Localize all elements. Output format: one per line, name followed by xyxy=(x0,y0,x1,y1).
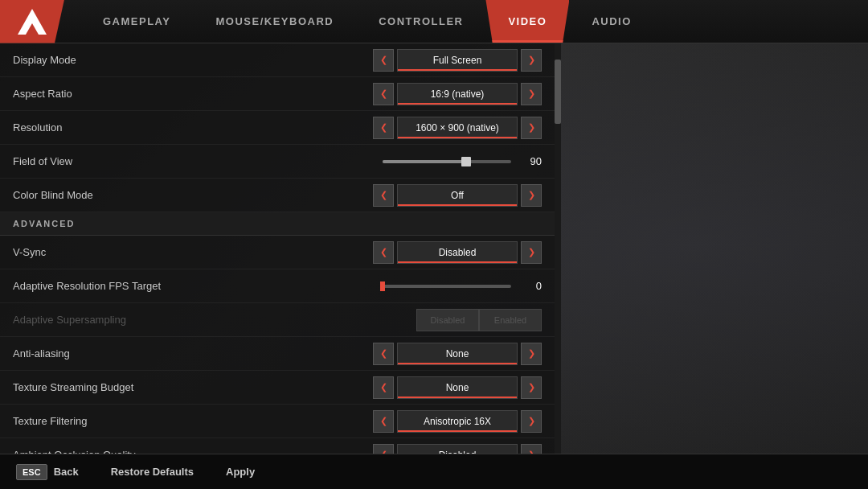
setting-adaptive-super: Adaptive Supersampling Disabled Enabled xyxy=(0,303,555,337)
adaptive-res-value: 0 xyxy=(518,280,542,292)
antialiasing-left[interactable]: ❮ xyxy=(373,343,394,365)
adaptive-super-disabled[interactable]: Disabled xyxy=(416,309,479,331)
fov-slider-thumb xyxy=(461,157,471,166)
texture-filtering-left[interactable]: ❮ xyxy=(373,410,394,433)
tab-audio[interactable]: AUDIO xyxy=(569,0,653,43)
texture-streaming-control: ❮ None ❯ xyxy=(373,376,542,399)
right-area xyxy=(561,43,868,454)
settings-panel: Display Mode ❮ Full Screen ❯ Aspect Rati… xyxy=(0,43,555,454)
setting-resolution: Resolution ❮ 1600 × 900 (native) ❯ xyxy=(0,111,555,145)
vsync-value: Disabled xyxy=(397,241,518,264)
setting-aspect-ratio: Aspect Ratio ❮ 16:9 (native) ❯ xyxy=(0,77,555,111)
resolution-value: 1600 × 900 (native) xyxy=(397,117,518,139)
vsync-left[interactable]: ❮ xyxy=(373,241,394,264)
ambient-occlusion-left[interactable]: ❮ xyxy=(373,444,394,454)
tab-mouse-keyboard[interactable]: MOUSE/KEYBOARD xyxy=(193,0,356,43)
texture-streaming-label: Texture Streaming Budget xyxy=(13,381,373,393)
texture-filtering-right[interactable]: ❯ xyxy=(521,410,542,433)
nav-tabs: GAMEPLAY MOUSE/KEYBOARD CONTROLLER VIDEO… xyxy=(80,0,654,43)
display-mode-left[interactable]: ❮ xyxy=(373,49,394,72)
adaptive-super-enabled[interactable]: Enabled xyxy=(479,309,542,331)
resolution-control: ❮ 1600 × 900 (native) ❯ xyxy=(373,117,542,139)
color-blind-right[interactable]: ❯ xyxy=(521,184,542,207)
antialiasing-label: Anti-aliasing xyxy=(13,347,373,360)
main-content: Display Mode ❮ Full Screen ❯ Aspect Rati… xyxy=(0,43,868,454)
resolution-right[interactable]: ❯ xyxy=(521,117,542,139)
fov-value: 90 xyxy=(518,155,542,167)
nav-bar: GAMEPLAY MOUSE/KEYBOARD CONTROLLER VIDEO… xyxy=(0,0,868,43)
adaptive-res-control: 0 xyxy=(383,280,542,292)
aspect-ratio-control: ❮ 16:9 (native) ❯ xyxy=(373,83,542,105)
back-action[interactable]: ESC Back xyxy=(16,464,79,480)
adaptive-super-label: Adaptive Supersampling xyxy=(13,314,416,326)
texture-filtering-value: Anisotropic 16X xyxy=(397,410,518,433)
aspect-ratio-right[interactable]: ❯ xyxy=(521,83,542,105)
texture-filtering-control: ❮ Anisotropic 16X ❯ xyxy=(373,410,542,433)
display-mode-value: Full Screen xyxy=(397,49,518,72)
fov-slider-track[interactable] xyxy=(383,160,511,163)
texture-filtering-label: Texture Filtering xyxy=(13,415,373,427)
antialiasing-value: None xyxy=(397,343,518,365)
scrollbar-thumb[interactable] xyxy=(555,60,561,124)
setting-color-blind: Color Blind Mode ❮ Off ❯ xyxy=(0,179,555,212)
adaptive-res-slider-track[interactable] xyxy=(383,285,511,288)
apply-action[interactable]: Apply xyxy=(226,466,255,478)
display-mode-control: ❮ Full Screen ❯ xyxy=(373,49,542,72)
esc-key-badge: ESC xyxy=(16,464,47,480)
tab-gameplay[interactable]: GAMEPLAY xyxy=(80,0,193,43)
setting-texture-filtering: Texture Filtering ❮ Anisotropic 16X ❯ xyxy=(0,405,555,438)
color-blind-control: ❮ Off ❯ xyxy=(373,184,542,207)
aspect-ratio-value: 16:9 (native) xyxy=(397,83,518,105)
texture-streaming-left[interactable]: ❮ xyxy=(373,376,394,399)
scrollbar[interactable] xyxy=(555,43,561,454)
setting-display-mode: Display Mode ❮ Full Screen ❯ xyxy=(0,43,555,77)
advanced-section-header: ADVANCED xyxy=(0,212,555,236)
fov-label: Field of View xyxy=(13,155,383,167)
setting-ambient-occlusion: Ambient Occlusion Quality ❮ Disabled ❯ xyxy=(0,438,555,454)
color-blind-value: Off xyxy=(397,184,518,207)
adaptive-super-control: Disabled Enabled xyxy=(416,309,542,331)
display-mode-label: Display Mode xyxy=(13,54,373,66)
setting-antialiasing: Anti-aliasing ❮ None ❯ xyxy=(0,337,555,371)
vsync-label: V-Sync xyxy=(13,246,373,258)
antialiasing-right[interactable]: ❯ xyxy=(521,343,542,365)
tab-video[interactable]: VIDEO xyxy=(485,0,569,43)
setting-fov: Field of View 90 xyxy=(0,145,555,179)
apply-label: Apply xyxy=(226,466,255,478)
setting-texture-streaming: Texture Streaming Budget ❮ None ❯ xyxy=(0,371,555,405)
tab-controller[interactable]: CONTROLLER xyxy=(356,0,485,43)
color-blind-left[interactable]: ❮ xyxy=(373,184,394,207)
fov-slider-fill xyxy=(383,160,466,163)
ambient-occlusion-value: Disabled xyxy=(397,444,518,454)
texture-streaming-value: None xyxy=(397,376,518,399)
color-blind-label: Color Blind Mode xyxy=(13,189,373,201)
adaptive-res-thumb xyxy=(380,281,385,291)
ambient-occlusion-control: ❮ Disabled ❯ xyxy=(373,444,542,454)
resolution-label: Resolution xyxy=(13,121,373,134)
fov-control: 90 xyxy=(383,155,542,167)
aspect-ratio-left[interactable]: ❮ xyxy=(373,83,394,105)
texture-streaming-right[interactable]: ❯ xyxy=(521,376,542,399)
setting-adaptive-res: Adaptive Resolution FPS Target 0 xyxy=(0,269,555,303)
vsync-control: ❮ Disabled ❯ xyxy=(373,241,542,264)
resolution-left[interactable]: ❮ xyxy=(373,117,394,139)
restore-defaults-action[interactable]: Restore Defaults xyxy=(111,466,194,478)
setting-vsync: V-Sync ❮ Disabled ❯ xyxy=(0,236,555,269)
ambient-occlusion-right[interactable]: ❯ xyxy=(521,444,542,454)
logo-icon xyxy=(18,9,47,35)
antialiasing-control: ❮ None ❯ xyxy=(373,343,542,365)
display-mode-right[interactable]: ❯ xyxy=(521,49,542,72)
vsync-right[interactable]: ❯ xyxy=(521,241,542,264)
aspect-ratio-label: Aspect Ratio xyxy=(13,88,373,100)
bottom-bar: ESC Back Restore Defaults Apply xyxy=(0,454,868,489)
restore-defaults-label: Restore Defaults xyxy=(111,466,194,478)
adaptive-res-label: Adaptive Resolution FPS Target xyxy=(13,280,383,292)
back-label: Back xyxy=(54,466,79,478)
logo xyxy=(0,0,64,43)
